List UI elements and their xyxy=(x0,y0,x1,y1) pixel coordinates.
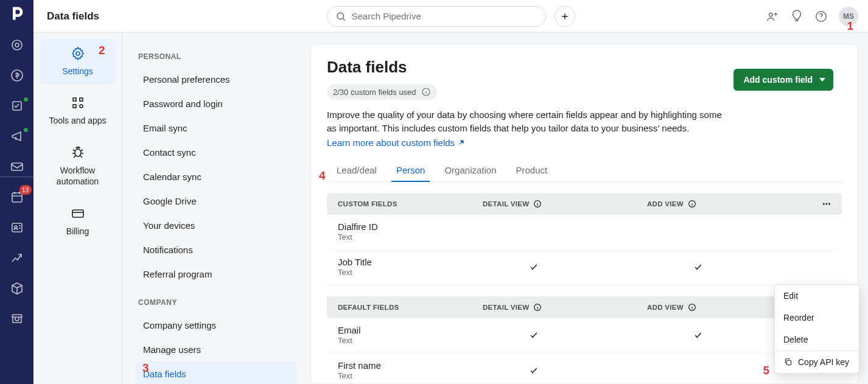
menu-manage-users[interactable]: Manage users xyxy=(136,337,297,361)
menu-referral-program[interactable]: Referral program xyxy=(136,262,297,286)
nav-leads-icon[interactable] xyxy=(10,38,24,52)
svg-point-15 xyxy=(80,105,83,108)
ctx-delete[interactable]: Delete xyxy=(775,329,859,351)
nav-marketplace-icon[interactable] xyxy=(10,312,24,326)
detail-view-cell xyxy=(513,366,677,375)
tools-icon xyxy=(71,96,85,110)
nav-mail-icon[interactable] xyxy=(10,159,24,174)
ctx-edit[interactable]: Edit xyxy=(775,285,859,307)
table-row[interactable]: Dialfire IDText xyxy=(327,215,842,250)
annotation-3: 3 xyxy=(142,361,149,375)
subnav-settings-label: Settings xyxy=(42,66,114,76)
copy-icon xyxy=(783,357,793,367)
tab-product[interactable]: Product xyxy=(515,165,549,181)
field-name: Job Title xyxy=(338,257,513,268)
subnav-tools-label: Tools and apps xyxy=(42,116,114,125)
col-detail-view: DETAIL VIEW xyxy=(483,304,529,311)
svg-point-1 xyxy=(15,43,19,47)
col-detail-view: DETAIL VIEW xyxy=(483,200,529,208)
nav-projects-icon[interactable] xyxy=(10,99,24,113)
add-custom-field-button[interactable]: Add custom field xyxy=(733,69,833,91)
search-box[interactable] xyxy=(327,6,546,27)
svg-rect-13 xyxy=(80,98,83,101)
nav-deals-icon[interactable] xyxy=(10,68,24,83)
info-icon[interactable] xyxy=(533,302,542,312)
annotation-2: 2 xyxy=(99,44,105,57)
field-type: Text xyxy=(338,336,513,346)
field-name: Dialfire ID xyxy=(338,222,513,232)
subnav-workflow[interactable]: Workflow automation xyxy=(40,138,116,195)
fields-usage-chip: 2/30 custom fields used xyxy=(327,84,437,100)
menu-personal-preferences[interactable]: Personal preferences xyxy=(136,67,297,91)
quick-add-button[interactable] xyxy=(555,6,575,27)
svg-rect-17 xyxy=(72,210,83,217)
svg-point-9 xyxy=(769,13,773,16)
nav-contacts-icon[interactable] xyxy=(10,220,24,235)
ctx-reorder[interactable]: Reorder xyxy=(775,307,859,329)
nav-insights-icon[interactable] xyxy=(10,251,24,265)
custom-fields-table: CUSTOM FIELDS DETAIL VIEW ADD VIEW Dialf… xyxy=(327,193,842,385)
help-icon[interactable] xyxy=(814,10,828,23)
field-name: Email xyxy=(338,325,513,336)
svg-point-8 xyxy=(337,13,344,19)
svg-point-21 xyxy=(823,203,824,204)
external-link-icon xyxy=(457,138,466,147)
menu-data-fields[interactable]: Data fields xyxy=(136,361,297,384)
activities-badge: 13 xyxy=(19,185,32,195)
learn-more-link[interactable]: Learn more about custom fields xyxy=(327,138,466,148)
invite-users-icon[interactable] xyxy=(766,10,779,23)
table-row[interactable]: Job TitleText xyxy=(327,250,842,285)
menu-calendar-sync[interactable]: Calendar sync xyxy=(136,164,297,189)
fields-usage-text: 2/30 custom fields used xyxy=(333,88,416,97)
caret-down-icon xyxy=(819,76,826,83)
field-type: Text xyxy=(338,232,513,242)
svg-point-23 xyxy=(829,203,830,204)
detail-view-cell xyxy=(513,330,677,340)
info-icon[interactable] xyxy=(421,87,431,97)
annotation-4: 4 xyxy=(319,169,326,183)
menu-group-company: COMPANY xyxy=(138,298,297,307)
add-view-cell xyxy=(677,262,842,272)
svg-rect-12 xyxy=(73,98,76,101)
subnav-tools[interactable]: Tools and apps xyxy=(40,88,116,134)
menu-email-sync[interactable]: Email sync xyxy=(136,116,297,140)
settings-menu: PERSONAL Personal preferences Password a… xyxy=(122,33,310,384)
sales-assistant-icon[interactable] xyxy=(790,10,803,23)
svg-point-0 xyxy=(12,40,22,50)
ctx-copy-api-key[interactable]: Copy API key xyxy=(775,351,859,373)
nav-campaigns-icon[interactable] xyxy=(10,129,24,144)
svg-rect-26 xyxy=(786,360,791,365)
field-type: Text xyxy=(338,268,513,278)
nav-activities-icon[interactable]: 13 xyxy=(10,190,24,204)
detail-view-cell xyxy=(513,262,677,272)
info-icon[interactable] xyxy=(533,199,542,209)
custom-fields-header: CUSTOM FIELDS DETAIL VIEW ADD VIEW xyxy=(327,193,842,215)
plus-icon xyxy=(560,12,570,21)
subnav-billing[interactable]: Billing xyxy=(40,199,116,245)
search-input[interactable] xyxy=(327,6,546,27)
svg-point-11 xyxy=(76,52,80,55)
subnav-workflow-label: Workflow automation xyxy=(42,165,114,187)
nav-products-icon[interactable] xyxy=(10,281,24,296)
tab-organization[interactable]: Organization xyxy=(443,165,497,181)
menu-contact-sync[interactable]: Contact sync xyxy=(136,140,297,164)
ctx-copy-label: Copy API key xyxy=(798,357,849,367)
bug-icon xyxy=(71,145,85,159)
menu-your-devices[interactable]: Your devices xyxy=(136,213,297,237)
more-options-icon[interactable] xyxy=(822,199,831,209)
pipedrive-logo[interactable] xyxy=(9,5,26,22)
settings-subnav: Settings Tools and apps Workflow automat… xyxy=(33,33,122,384)
info-icon[interactable] xyxy=(687,302,697,312)
menu-company-settings[interactable]: Company settings xyxy=(136,313,297,337)
menu-password-login[interactable]: Password and login xyxy=(136,91,297,116)
tab-lead-deal[interactable]: Lead/deal xyxy=(335,165,378,181)
menu-notifications[interactable]: Notifications xyxy=(136,237,297,262)
table-row[interactable]: EmailText xyxy=(327,318,842,354)
svg-rect-5 xyxy=(12,193,22,202)
menu-google-drive[interactable]: Google Drive xyxy=(136,189,297,213)
tab-person[interactable]: Person xyxy=(395,165,427,181)
col-add-view: ADD VIEW xyxy=(647,200,684,208)
left-rail: 13 xyxy=(0,0,33,384)
info-icon[interactable] xyxy=(687,199,697,209)
svg-point-7 xyxy=(15,226,17,228)
